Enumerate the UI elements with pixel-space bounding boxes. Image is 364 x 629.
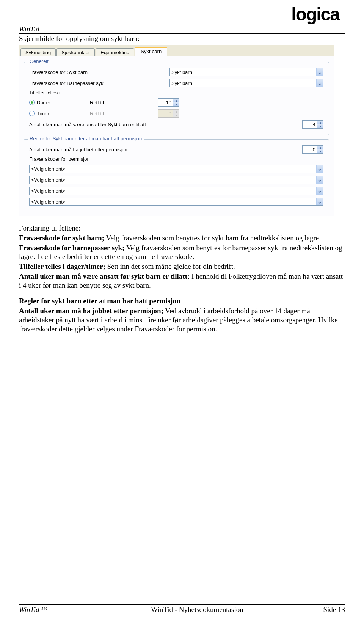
spin-down-icon[interactable]: ▾ [173, 102, 179, 106]
spinner-hours: 0 ▴▾ [158, 109, 179, 118]
radio-hours-label: Timer [37, 111, 49, 116]
combo-perm-code-3[interactable]: <Velg element>⌄ [29, 187, 323, 195]
tab-sykt-barn[interactable]: Sykt barn [135, 47, 167, 56]
combo-perm-code-1[interactable]: <Velg element>⌄ [29, 165, 323, 173]
chevron-down-icon[interactable]: ⌄ [316, 198, 323, 205]
label-right-to-days: Rett til [90, 100, 158, 105]
chevron-down-icon[interactable]: ⌄ [316, 68, 323, 76]
p3-lead: Tilfeller telles i dager/timer; [19, 262, 107, 270]
spin-up-icon[interactable]: ▴ [317, 146, 323, 149]
combo-value: <Velg element> [30, 166, 316, 172]
explain-title: Forklaring til feltene: [19, 224, 345, 233]
spin-down-icon: ▾ [173, 113, 179, 117]
p1-rest: Velg fraværskoden som benyttes for sykt … [106, 234, 321, 242]
p2-lead: Fraværskode for barnepasser syk; [19, 244, 126, 252]
spinner-weeks-before-value: 4 [303, 122, 317, 127]
spin-up-icon: ▴ [173, 110, 179, 113]
spinner-days-value: 10 [158, 100, 173, 105]
radio-days-label: Dager [37, 100, 50, 105]
explanation-text: Forklaring til feltene: Fraværskode for … [19, 224, 345, 333]
radio-days[interactable] [29, 100, 35, 105]
group-title-generelt: Generelt [28, 58, 50, 64]
spinner-weeks-before[interactable]: 4 ▴▾ [302, 120, 323, 129]
p5-lead: Antall uker man må ha jobbet etter permi… [19, 307, 165, 315]
combo-value: Sykt barn [170, 69, 316, 75]
spin-down-icon[interactable]: ▾ [317, 149, 323, 153]
footer-page-number: Side 13 [300, 605, 345, 614]
p1-lead: Fraværskode for sykt barn; [19, 234, 106, 242]
label-count-in: Tilfeller telles i [29, 90, 60, 96]
combo-code-sitter[interactable]: Sykt barn ⌄ [169, 79, 323, 87]
group-generelt: Generelt Fraværskode for Sykt barn Sykt … [24, 62, 329, 135]
p4-lead: Antall uker man må være ansatt før sykt … [19, 272, 191, 280]
spin-down-icon[interactable]: ▾ [317, 124, 323, 128]
footer-app: WinTid [19, 605, 41, 613]
figure-caption: Skjermbilde for opplysning om sykt barn: [19, 35, 345, 43]
label-weeks-before: Antall uker man må være ansatt før Sykt … [29, 122, 302, 127]
footer-doc-title: WinTid - Nyhetsdokumentasjon [95, 605, 300, 614]
radio-hours[interactable] [29, 111, 35, 116]
chevron-down-icon[interactable]: ⌄ [316, 187, 323, 195]
tab-bar: Sykmelding Sjekkpunkter Egenmelding Sykt… [19, 45, 334, 56]
chevron-down-icon[interactable]: ⌄ [316, 176, 323, 184]
footer-tm: TM [41, 605, 48, 611]
p3-rest: Sett inn det som måtte gjelde for din be… [107, 262, 235, 270]
tab-egenmelding[interactable]: Egenmelding [96, 48, 134, 56]
combo-perm-code-4[interactable]: <Velg element>⌄ [29, 198, 323, 206]
combo-perm-code-2[interactable]: <Velg element>⌄ [29, 176, 323, 184]
chevron-down-icon[interactable]: ⌄ [316, 79, 323, 87]
settings-panel: Sykmelding Sjekkpunkter Egenmelding Sykt… [19, 45, 334, 216]
combo-value: Sykt barn [170, 80, 316, 86]
spinner-hours-value: 0 [158, 111, 173, 116]
section2-title: Regler for sykt barn etter at man har ha… [19, 296, 345, 306]
tab-sykmelding[interactable]: Sykmelding [20, 48, 56, 56]
group-title-permisjon: Regler for Sykt barn etter at man har ha… [28, 136, 144, 141]
label-perm-codes: Fraværskoder for permisjon [29, 156, 90, 162]
spin-up-icon[interactable]: ▴ [173, 99, 179, 102]
brand-logo: logica [291, 4, 339, 25]
spinner-days[interactable]: 10 ▴▾ [158, 98, 179, 107]
label-weeks-after: Antall uker man må ha jobbet etter permi… [29, 147, 302, 152]
combo-code-sick-child[interactable]: Sykt barn ⌄ [169, 68, 323, 76]
spinner-weeks-after[interactable]: 0 ▴▾ [302, 145, 323, 154]
label-code-sitter: Fraværskode for Barnepasser syk [29, 80, 169, 86]
spin-up-icon[interactable]: ▴ [317, 121, 323, 124]
chevron-down-icon[interactable]: ⌄ [316, 165, 323, 173]
label-right-to-hours: Rett til [90, 111, 158, 116]
page-footer: WinTid TM WinTid - Nyhetsdokumentasjon S… [19, 604, 345, 614]
label-code-sick-child: Fraværskode for Sykt barn [29, 69, 169, 75]
combo-value: <Velg element> [30, 177, 316, 183]
spinner-weeks-after-value: 0 [303, 147, 317, 152]
combo-value: <Velg element> [30, 199, 316, 205]
tab-sjekkpunkter[interactable]: Sjekkpunkter [56, 48, 95, 56]
group-permisjon: Regler for Sykt barn etter at man har ha… [24, 139, 329, 210]
combo-value: <Velg element> [30, 188, 316, 194]
